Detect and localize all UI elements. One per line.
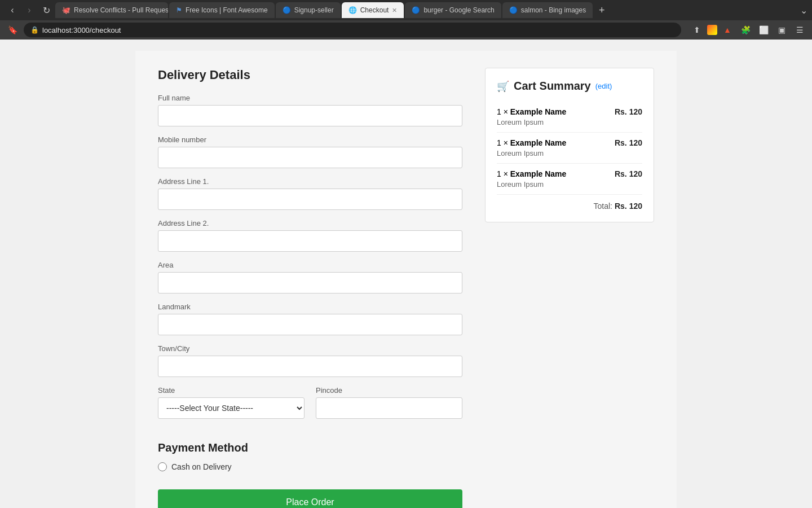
payment-section: Payment Method Cash on Delivery xyxy=(158,441,462,471)
forward-button[interactable]: › xyxy=(21,2,37,18)
cart-item-1-price: Rs. 120 xyxy=(615,107,642,116)
tab-checkout[interactable]: 🌐 Checkout ✕ xyxy=(342,2,404,18)
pincode-group: Pincode xyxy=(316,386,462,419)
landmark-input[interactable] xyxy=(158,314,462,335)
cart-item-3-row: 1 × Example Name Rs. 120 xyxy=(497,169,642,178)
page-background: Delivery Details Full name Mobile number… xyxy=(0,40,812,508)
cart-item-3-name: Example Name xyxy=(510,169,567,178)
tab-salmon[interactable]: 🔵 salmon - Bing images xyxy=(502,2,593,18)
address2-input[interactable] xyxy=(158,230,462,252)
tab-fontawesome-label: Free Icons | Font Awesome xyxy=(186,6,268,14)
cart-item-2: 1 × Example Name Rs. 120 Loreum Ipsum xyxy=(497,133,642,164)
pincode-input[interactable] xyxy=(316,397,462,419)
cart-item-3-subtitle: Loreum Ipsum xyxy=(497,180,642,189)
back-button[interactable]: ‹ xyxy=(5,2,20,18)
town-input[interactable] xyxy=(158,356,462,377)
tab-burger-favicon: 🔵 xyxy=(412,6,420,14)
extensions-button[interactable]: 🧩 xyxy=(738,22,753,38)
area-group: Area xyxy=(158,261,462,294)
area-label: Area xyxy=(158,261,462,269)
town-label: Town/City xyxy=(158,344,462,353)
pincode-label: Pincode xyxy=(316,386,462,395)
address1-input[interactable] xyxy=(158,189,462,210)
brave-rewards-icon[interactable]: ▲ xyxy=(720,22,735,38)
tab-signup-favicon: 🔵 xyxy=(283,6,291,14)
cart-icon: 🛒 xyxy=(497,80,509,93)
cart-item-3-qty-name: 1 × Example Name xyxy=(497,169,566,178)
state-label: State xyxy=(158,386,304,395)
cart-item-1-subtitle: Loreum Ipsum xyxy=(497,118,642,126)
new-tab-button[interactable]: + xyxy=(594,2,610,18)
tab-overflow-button[interactable]: ⌄ xyxy=(800,5,807,16)
share-button[interactable]: ⬆ xyxy=(689,22,705,38)
cart-summary-header: 🛒 Cart Summary (edit) xyxy=(497,80,642,93)
cod-option: Cash on Delivery xyxy=(158,462,462,471)
cart-item-1-name: Example Name xyxy=(510,107,567,116)
tab-burger-label: burger - Google Search xyxy=(423,6,494,14)
cart-summary-section: 🛒 Cart Summary (edit) 1 × Example Name R… xyxy=(485,68,654,222)
mobile-group: Mobile number xyxy=(158,135,462,168)
bookmark-button[interactable]: 🔖 xyxy=(5,22,20,38)
brave-shield-icon[interactable] xyxy=(707,25,717,35)
cart-item-2-qty: 1 × xyxy=(497,138,508,147)
payment-title: Payment Method xyxy=(158,441,462,454)
delivery-section: Delivery Details Full name Mobile number… xyxy=(158,68,462,508)
mobile-input[interactable] xyxy=(158,147,462,168)
cart-item-2-qty-name: 1 × Example Name xyxy=(497,138,566,147)
place-order-button[interactable]: Place Order xyxy=(158,489,462,508)
cod-label: Cash on Delivery xyxy=(171,462,232,471)
sidebar-button[interactable]: ▣ xyxy=(774,22,789,38)
address1-group: Address Line 1. xyxy=(158,177,462,210)
cart-total-label: Total: xyxy=(593,202,612,211)
cart-total-row: Total: Rs. 120 xyxy=(497,202,642,211)
mobile-label: Mobile number xyxy=(158,135,462,144)
address1-label: Address Line 1. xyxy=(158,177,462,186)
cart-total-value: Rs. 120 xyxy=(615,202,642,211)
cart-edit-link[interactable]: (edit) xyxy=(595,82,612,90)
cod-radio[interactable] xyxy=(158,462,167,471)
tab-github[interactable]: 🐙 Resolve Conflicts - Pull Request xyxy=(55,2,168,18)
toolbar-right: ⬆ ▲ 🧩 ⬜ ▣ ☰ xyxy=(689,22,807,38)
tab-github-favicon: 🐙 xyxy=(62,6,70,14)
tab-bar: ‹ › ↻ 🐙 Resolve Conflicts - Pull Request… xyxy=(0,0,812,20)
tab-salmon-favicon: 🔵 xyxy=(509,6,518,14)
address-bar[interactable]: 🔒 localhost:3000/checkout xyxy=(24,23,681,37)
fullname-label: Full name xyxy=(158,94,462,102)
address-bar-text: localhost:3000/checkout xyxy=(42,26,121,34)
address2-label: Address Line 2. xyxy=(158,219,462,227)
cart-summary-title: Cart Summary xyxy=(514,80,591,93)
content-layout: Delivery Details Full name Mobile number… xyxy=(158,68,654,508)
fullname-group: Full name xyxy=(158,94,462,126)
tab-checkout-label: Checkout xyxy=(360,6,389,14)
tab-fontawesome[interactable]: ⚑ Free Icons | Font Awesome xyxy=(169,2,275,18)
landmark-group: Landmark xyxy=(158,303,462,335)
cart-item-3: 1 × Example Name Rs. 120 Loreum Ipsum xyxy=(497,164,642,195)
tab-signup[interactable]: 🔵 Signup-seller xyxy=(276,2,341,18)
tab-salmon-label: salmon - Bing images xyxy=(521,6,586,14)
cart-summary-card: 🛒 Cart Summary (edit) 1 × Example Name R… xyxy=(485,68,654,222)
tab-burger[interactable]: 🔵 burger - Google Search xyxy=(405,2,501,18)
state-select[interactable]: -----Select Your State----- xyxy=(158,397,304,419)
cart-item-3-price: Rs. 120 xyxy=(615,169,642,178)
tab-fontawesome-favicon: ⚑ xyxy=(176,6,182,14)
menu-button[interactable]: ☰ xyxy=(792,22,807,38)
tab-github-label: Resolve Conflicts - Pull Request xyxy=(74,6,168,14)
tab-checkout-close[interactable]: ✕ xyxy=(392,7,397,14)
town-group: Town/City xyxy=(158,344,462,377)
split-view-button[interactable]: ⬜ xyxy=(756,22,771,38)
cart-item-1: 1 × Example Name Rs. 120 Loreum Ipsum xyxy=(497,102,642,133)
delivery-title: Delivery Details xyxy=(158,68,462,82)
lock-icon: 🔒 xyxy=(30,26,39,34)
cart-item-1-qty: 1 × xyxy=(497,107,508,116)
fullname-input[interactable] xyxy=(158,105,462,126)
cart-item-1-row: 1 × Example Name Rs. 120 xyxy=(497,107,642,116)
cart-item-2-price: Rs. 120 xyxy=(615,138,642,147)
cart-item-2-name: Example Name xyxy=(510,138,567,147)
reload-button[interactable]: ↻ xyxy=(38,2,54,18)
page-container: Delivery Details Full name Mobile number… xyxy=(135,51,677,508)
state-pincode-row: State -----Select Your State----- Pincod… xyxy=(158,386,462,428)
state-group: State -----Select Your State----- xyxy=(158,386,304,419)
area-input[interactable] xyxy=(158,272,462,294)
landmark-label: Landmark xyxy=(158,303,462,311)
cart-item-1-qty-name: 1 × Example Name xyxy=(497,107,566,116)
